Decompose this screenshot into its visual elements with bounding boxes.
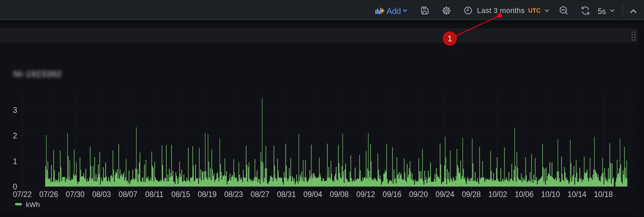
svg-text:09/20: 09/20: [409, 190, 428, 199]
svg-text:08/31: 08/31: [277, 190, 296, 199]
svg-text:08/19: 08/19: [198, 190, 217, 199]
svg-text:08/07: 08/07: [118, 190, 137, 199]
svg-text:09/24: 09/24: [435, 190, 454, 199]
svg-text:1: 1: [448, 34, 452, 43]
svg-text:07/26: 07/26: [39, 190, 58, 199]
svg-text:3: 3: [13, 106, 17, 114]
svg-text:08/03: 08/03: [92, 190, 111, 199]
svg-text:07/30: 07/30: [66, 190, 85, 199]
svg-text:10/10: 10/10: [541, 190, 560, 199]
svg-text:09/16: 09/16: [383, 190, 402, 199]
svg-text:08/11: 08/11: [145, 190, 164, 199]
svg-text:09/08: 09/08: [330, 190, 349, 199]
svg-text:08/23: 08/23: [224, 190, 243, 199]
svg-text:09/28: 09/28: [462, 190, 481, 199]
svg-text:09/12: 09/12: [356, 190, 375, 199]
svg-text:1: 1: [13, 157, 17, 166]
svg-text:08/15: 08/15: [171, 190, 190, 199]
svg-text:09/04: 09/04: [303, 190, 322, 199]
svg-text:10/06: 10/06: [515, 190, 534, 199]
svg-text:10/18: 10/18: [594, 190, 613, 199]
svg-text:2: 2: [13, 131, 17, 140]
svg-text:08/27: 08/27: [250, 190, 269, 199]
svg-text:10/02: 10/02: [488, 190, 507, 199]
svg-text:07/22: 07/22: [13, 190, 32, 199]
svg-text:10/14: 10/14: [567, 190, 586, 199]
